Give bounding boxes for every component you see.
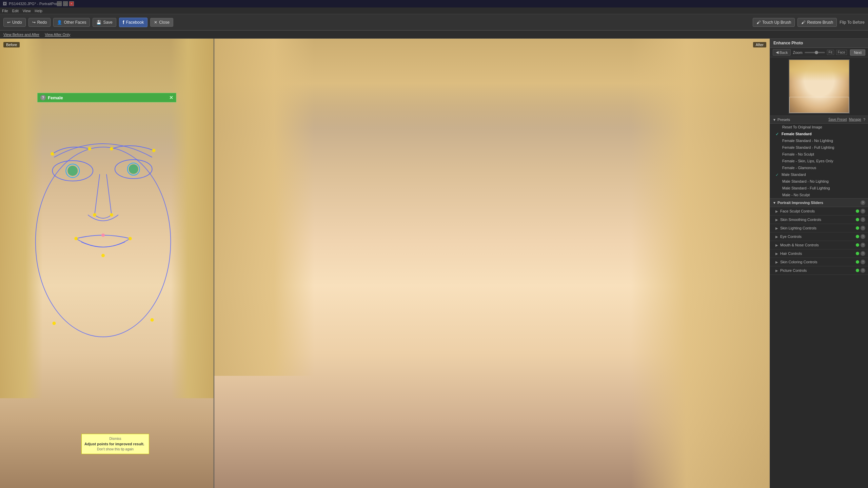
thumbnail-face — [789, 60, 849, 113]
skin-smoothing-label: Skin Smoothing Controls — [780, 218, 856, 222]
mouth-nose-controls-item[interactable]: ▶ Mouth & Nose Controls ? — [770, 241, 868, 249]
preset-female-full-lighting[interactable]: Female Standard - Full Lighting — [770, 144, 868, 151]
portrait-sliders-header[interactable]: ▼ Portrait Improving Sliders ? — [770, 199, 868, 207]
preset-male-no-sculpt[interactable]: Male - No Sculpt — [770, 191, 868, 198]
portrait-sliders-title: Portrait Improving Sliders — [777, 201, 823, 205]
skin-lighting-expand-icon: ▶ — [775, 226, 778, 230]
face-sculpt-label: Face Sculpt Controls — [780, 209, 856, 213]
close-button[interactable]: ✕ Close — [150, 18, 173, 27]
skin-smoothing-controls-item[interactable]: ▶ Skin Smoothing Controls ? — [770, 216, 868, 224]
skin-smoothing-active-indicator — [856, 218, 859, 221]
svg-point-18 — [129, 164, 138, 174]
female-label-bar: ? Female ✕ — [37, 93, 176, 102]
picture-controls-help-icon[interactable]: ? — [861, 268, 865, 273]
menu-view[interactable]: View — [23, 9, 31, 13]
zoom-thumb[interactable] — [815, 51, 818, 54]
skin-coloring-controls-item[interactable]: ▶ Skin Coloring Controls ? — [770, 258, 868, 266]
before-panel: ? Female ✕ Dismiss Adjust points for imp… — [0, 39, 214, 488]
skin-lighting-help-icon[interactable]: ? — [861, 226, 865, 230]
back-button[interactable]: ◀ Back — [773, 49, 791, 56]
picture-controls-label: Picture Controls — [780, 268, 856, 272]
menu-edit[interactable]: Edit — [12, 9, 19, 13]
preset-female-no-lighting[interactable]: Female Standard - No Lighting — [770, 137, 868, 144]
manage-button[interactable]: Manage — [849, 118, 861, 122]
save-preset-button[interactable]: Save Preset — [828, 118, 847, 122]
female-bar-close[interactable]: ✕ — [169, 95, 173, 100]
undo-icon: ↩ — [7, 20, 11, 25]
fit-button[interactable]: Fit — [827, 50, 834, 55]
skin-lighting-label: Skin Lighting Controls — [780, 226, 856, 230]
preset-male-standard[interactable]: ✓ Male Standard — [770, 171, 868, 178]
skin-coloring-help-icon[interactable]: ? — [861, 260, 865, 264]
face-button[interactable]: Face — [836, 50, 847, 55]
hair-controls-item[interactable]: ▶ Hair Controls ? — [770, 249, 868, 258]
question-icon: ? — [40, 95, 46, 100]
redo-button[interactable]: ↪ Redo — [28, 18, 51, 27]
maximize-button[interactable]: □ — [63, 1, 68, 6]
presets-title: Presets — [777, 118, 790, 122]
touch-up-brush-button[interactable]: 🖌 Touch Up Brush — [753, 18, 795, 27]
svg-point-6 — [88, 147, 91, 150]
svg-point-8 — [152, 149, 156, 152]
view-after-only-btn[interactable]: View After Only — [45, 33, 70, 37]
hair-controls-expand-icon: ▶ — [775, 252, 778, 256]
other-faces-button[interactable]: 👤 Other Faces — [53, 18, 90, 27]
dont-show-button[interactable]: Don't show this tip again — [84, 447, 146, 451]
zoom-slider[interactable] — [805, 52, 825, 53]
preset-label-male-no-lighting: Male Standard - No Lighting — [782, 179, 829, 183]
restore-brush-button[interactable]: 🖌 Restore Brush — [797, 18, 837, 27]
face-sculpt-help-icon[interactable]: ? — [861, 209, 865, 214]
preset-female-standard[interactable]: ✓ Female Standard — [770, 130, 868, 137]
sliders-collapse-icon: ▼ — [773, 201, 776, 205]
view-before-and-after-btn[interactable]: View Before and After — [3, 33, 39, 37]
hair-controls-help-icon[interactable]: ? — [861, 251, 865, 256]
preset-female-no-sculpt[interactable]: Female - No Sculpt — [770, 151, 868, 158]
preset-label-male-no-sculpt: Male - No Sculpt — [782, 193, 810, 197]
minimize-button[interactable]: — — [57, 1, 62, 6]
facebook-label: Facebook — [126, 20, 144, 25]
skin-smoothing-help-icon[interactable]: ? — [861, 217, 865, 222]
after-label: After — [753, 42, 766, 47]
eye-controls-item[interactable]: ▶ Eye Controls ? — [770, 232, 868, 241]
presets-header[interactable]: ▼ Presets Save Preset Manage ? — [770, 116, 868, 124]
menu-help[interactable]: Help — [35, 9, 42, 13]
restore-icon: 🖌 — [801, 20, 805, 25]
eye-controls-help-icon[interactable]: ? — [861, 234, 865, 239]
skin-smoothing-expand-icon: ▶ — [775, 218, 778, 222]
toolbar: ↩ Undo ↪ Redo 👤 Other Faces 💾 Save f Fac… — [0, 14, 868, 30]
presets-help-icon: ? — [863, 118, 865, 122]
preset-label-reset: Reset To Original Image — [782, 125, 822, 129]
picture-controls-item[interactable]: ▶ Picture Controls ? — [770, 266, 868, 275]
mouth-nose-help-icon[interactable]: ? — [861, 243, 865, 247]
eye-controls-expand-icon: ▶ — [775, 235, 778, 239]
hair-controls-icons: ? — [856, 251, 865, 256]
menu-file[interactable]: File — [2, 9, 8, 13]
redo-icon: ↪ — [32, 20, 36, 25]
svg-point-16 — [151, 318, 154, 322]
preset-reset[interactable]: Reset To Original Image — [770, 124, 868, 130]
right-sidebar: Enhance Photo ◀ Back Zoom Fit Face Next — [770, 39, 868, 488]
dismiss-button[interactable]: Dismiss — [84, 437, 146, 441]
skin-lighting-controls-item[interactable]: ▶ Skin Lighting Controls ? — [770, 224, 868, 232]
facebook-button[interactable]: f Facebook — [119, 18, 147, 27]
close-window-button[interactable]: ✕ — [69, 1, 74, 6]
eye-controls-label: Eye Controls — [780, 235, 856, 239]
preset-female-glamorous[interactable]: Female - Glamorous — [770, 164, 868, 171]
preset-female-skin-lips[interactable]: Female - Skin, Lips, Eyes Only — [770, 158, 868, 164]
mouth-nose-active-indicator — [856, 243, 859, 247]
preset-male-full-lighting[interactable]: Male Standard - Full Lighting — [770, 185, 868, 191]
svg-point-0 — [36, 147, 171, 337]
brush-icon: 🖌 — [756, 20, 761, 25]
flip-to-before-label[interactable]: Flip To Before — [840, 20, 865, 25]
svg-point-17 — [67, 166, 78, 176]
preset-male-no-lighting[interactable]: Male Standard - No Lighting — [770, 178, 868, 185]
main-area: ? Female ✕ Dismiss Adjust points for imp… — [0, 39, 868, 488]
preset-label-male-standard: Male Standard — [782, 172, 806, 177]
face-sculpt-active-indicator — [856, 209, 859, 213]
undo-button[interactable]: ↩ Undo — [3, 18, 26, 27]
face-sculpt-icons: ? — [856, 209, 865, 214]
save-button[interactable]: 💾 Save — [93, 18, 116, 27]
face-sculpt-controls-item[interactable]: ▶ Face Sculpt Controls ? — [770, 207, 868, 216]
next-button[interactable]: Next — [850, 49, 865, 56]
svg-point-5 — [51, 152, 54, 156]
